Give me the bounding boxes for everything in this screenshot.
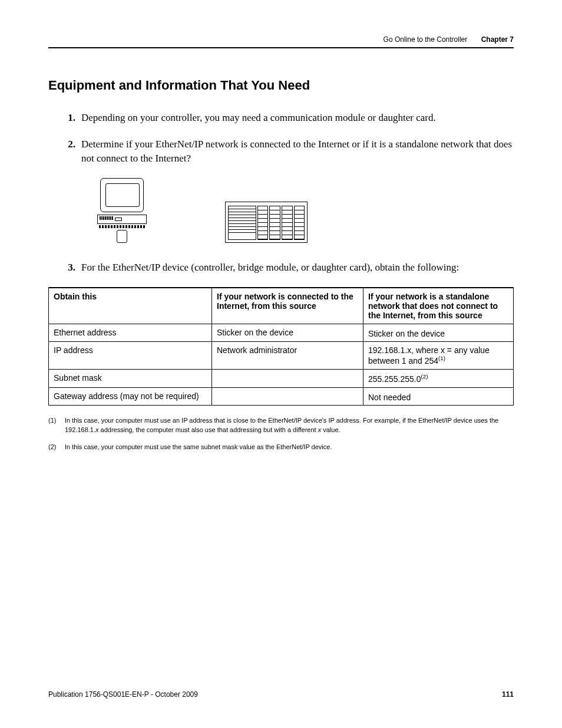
th-standalone: If your network is a standalone network …	[363, 288, 514, 324]
cell-standalone: 255.255.255.0(2)	[363, 369, 514, 387]
cell-connected: Sticker on the device	[212, 324, 363, 342]
chapter-label: Chapter 7	[481, 35, 514, 44]
cell-obtain: Subnet mask	[49, 369, 212, 387]
keyboard-icon	[97, 215, 147, 224]
publication-id: Publication 1756-QS001E-EN-P - October 2…	[48, 690, 198, 699]
step-1: 1. Depending on your controller, you may…	[60, 111, 514, 126]
cell-obtain: IP address	[49, 342, 212, 370]
cell-standalone: 192.168.1.x, where x = any value between…	[363, 342, 514, 370]
footnote-mark: (2)	[48, 443, 59, 452]
page-footer: Publication 1756-QS001E-EN-P - October 2…	[48, 690, 514, 699]
table-row: Subnet mask 255.255.255.0(2)	[49, 369, 514, 387]
step-number: 1.	[60, 111, 75, 126]
monitor-icon	[100, 178, 144, 212]
breadcrumb: Go Online to the Controller	[384, 35, 468, 44]
steps-list: 1. Depending on your controller, you may…	[60, 111, 514, 166]
controller-icon	[225, 202, 308, 243]
info-table: Obtain this If your network is connected…	[48, 287, 514, 406]
diagram-row	[95, 178, 514, 243]
footnotes: (1) In this case, your computer must use…	[48, 416, 514, 452]
mouse-icon	[117, 230, 127, 243]
table-header-row: Obtain this If your network is connected…	[49, 288, 514, 324]
step-text: Determine if your EtherNet/IP network is…	[81, 137, 514, 166]
footnote-2: (2) In this case, your computer must use…	[48, 443, 514, 452]
step-text: Depending on your controller, you may ne…	[81, 111, 514, 126]
rack-slot-icon	[257, 206, 269, 240]
cell-connected	[212, 369, 363, 387]
th-connected: If your network is connected to the Inte…	[212, 288, 363, 324]
rack-slot-icon	[294, 206, 305, 240]
steps-list-cont: 3. For the EtherNet/IP device (controlle…	[60, 261, 514, 275]
rack-slot-icon	[269, 206, 280, 240]
cell-connected	[212, 387, 363, 406]
header-rule	[48, 47, 514, 48]
step-number: 2.	[60, 137, 75, 166]
step-text: For the EtherNet/IP device (controller, …	[81, 261, 514, 275]
page: Go Online to the Controller Chapter 7 Eq…	[0, 0, 562, 728]
footnote-text: In this case, your computer must use the…	[65, 443, 332, 452]
th-obtain: Obtain this	[49, 288, 212, 324]
computer-icon	[95, 178, 148, 243]
step-3: 3. For the EtherNet/IP device (controlle…	[60, 261, 514, 275]
rack-slot-icon	[282, 206, 293, 240]
cell-standalone: Sticker on the device	[363, 324, 514, 342]
table-row: Ethernet address Sticker on the device S…	[49, 324, 514, 342]
table-row: IP address Network administrator 192.168…	[49, 342, 514, 370]
running-header: Go Online to the Controller Chapter 7	[48, 35, 514, 44]
page-number: 111	[502, 690, 514, 699]
keyboard-keys-icon	[99, 225, 145, 228]
rack-ps-icon	[228, 206, 256, 240]
step-2: 2. Determine if your EtherNet/IP network…	[60, 137, 514, 166]
section-heading: Equipment and Information That You Need	[48, 78, 514, 93]
footnote-mark: (1)	[48, 416, 59, 434]
cell-standalone: Not needed	[363, 387, 514, 406]
cell-obtain: Gateway address (may not be required)	[49, 387, 212, 406]
cell-obtain: Ethernet address	[49, 324, 212, 342]
step-number: 3.	[60, 261, 75, 275]
footnote-text: In this case, your computer must use an …	[65, 416, 514, 434]
cell-connected: Network administrator	[212, 342, 363, 370]
footnote-1: (1) In this case, your computer must use…	[48, 416, 514, 434]
table-row: Gateway address (may not be required) No…	[49, 387, 514, 406]
